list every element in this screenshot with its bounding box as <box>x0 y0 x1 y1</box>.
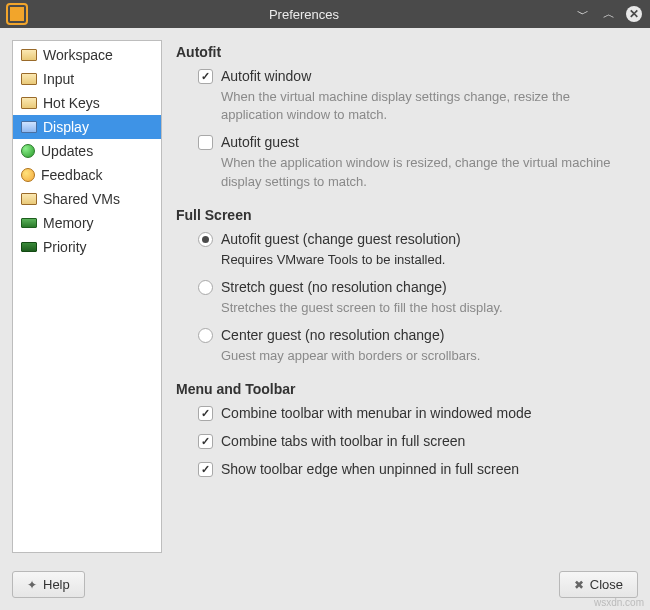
watermark: wsxdn.com <box>594 597 644 608</box>
sidebar-item-label: Shared VMs <box>43 191 120 207</box>
menutoolbar-group: Menu and Toolbar Combine toolbar with me… <box>176 381 632 477</box>
fs-stretch-desc: Stretches the guest screen to fill the h… <box>221 299 621 317</box>
close-icon: ✖ <box>574 578 584 592</box>
fs-autofit-radio[interactable] <box>198 232 213 247</box>
sidebar-item-hotkeys[interactable]: Hot Keys <box>13 91 161 115</box>
maximize-button[interactable]: ︿ <box>600 5 618 23</box>
close-window-button[interactable]: ✕ <box>626 6 642 22</box>
settings-panel: Autofit Autofit window When the virtual … <box>176 40 638 553</box>
sidebar-item-label: Workspace <box>43 47 113 63</box>
sidebar-item-priority[interactable]: Priority <box>13 235 161 259</box>
fs-center-row: Center guest (no resolution change) <box>198 327 632 343</box>
sidebar-item-workspace[interactable]: Workspace <box>13 43 161 67</box>
folder-icon <box>21 73 37 85</box>
help-button[interactable]: ✦ Help <box>12 571 85 598</box>
fs-autofit-desc: Requires VMware Tools to be installed. <box>221 251 621 269</box>
display-icon <box>21 121 37 133</box>
sidebar-item-label: Memory <box>43 215 94 231</box>
sidebar-item-shared-vms[interactable]: Shared VMs <box>13 187 161 211</box>
titlebar: Preferences ﹀ ︿ ✕ <box>0 0 650 28</box>
combine-tabs-label: Combine tabs with toolbar in full screen <box>221 433 465 449</box>
sidebar-item-display[interactable]: Display <box>13 115 161 139</box>
autofit-heading: Autofit <box>176 44 632 60</box>
sidebar-item-label: Feedback <box>41 167 102 183</box>
menutoolbar-heading: Menu and Toolbar <box>176 381 632 397</box>
fs-autofit-row: Autofit guest (change guest resolution) <box>198 231 632 247</box>
fs-autofit-label: Autofit guest (change guest resolution) <box>221 231 461 247</box>
fullscreen-group: Full Screen Autofit guest (change guest … <box>176 207 632 366</box>
close-button-label: Close <box>590 577 623 592</box>
preferences-window: Preferences ﹀ ︿ ✕ Workspace Input Hot Ke… <box>0 0 650 610</box>
feedback-icon <box>21 168 35 182</box>
combine-tabs-checkbox[interactable] <box>198 434 213 449</box>
fs-stretch-label: Stretch guest (no resolution change) <box>221 279 447 295</box>
sidebar-item-label: Hot Keys <box>43 95 100 111</box>
sidebar-item-feedback[interactable]: Feedback <box>13 163 161 187</box>
sidebar: Workspace Input Hot Keys Display Updates… <box>12 40 162 553</box>
app-icon <box>8 5 26 23</box>
autofit-window-label: Autofit window <box>221 68 311 84</box>
show-edge-label: Show toolbar edge when unpinned in full … <box>221 461 519 477</box>
priority-icon <box>21 242 37 252</box>
help-icon: ✦ <box>27 578 37 592</box>
autofit-window-row: Autofit window <box>198 68 632 84</box>
autofit-guest-row: Autofit guest <box>198 134 632 150</box>
memory-icon <box>21 218 37 228</box>
autofit-guest-desc: When the application window is resized, … <box>221 154 621 190</box>
combine-menubar-checkbox[interactable] <box>198 406 213 421</box>
close-button[interactable]: ✖ Close <box>559 571 638 598</box>
show-edge-checkbox[interactable] <box>198 462 213 477</box>
fs-center-radio[interactable] <box>198 328 213 343</box>
autofit-group: Autofit Autofit window When the virtual … <box>176 44 632 191</box>
fs-center-label: Center guest (no resolution change) <box>221 327 444 343</box>
updates-icon <box>21 144 35 158</box>
sidebar-item-label: Input <box>43 71 74 87</box>
minimize-button[interactable]: ﹀ <box>574 5 592 23</box>
fs-stretch-row: Stretch guest (no resolution change) <box>198 279 632 295</box>
folder-icon <box>21 49 37 61</box>
footer: ✦ Help ✖ Close <box>0 565 650 610</box>
window-controls: ﹀ ︿ ✕ <box>574 5 642 23</box>
show-edge-row: Show toolbar edge when unpinned in full … <box>198 461 632 477</box>
sidebar-item-label: Updates <box>41 143 93 159</box>
sidebar-item-input[interactable]: Input <box>13 67 161 91</box>
sidebar-item-label: Priority <box>43 239 87 255</box>
fs-stretch-radio[interactable] <box>198 280 213 295</box>
combine-menubar-row: Combine toolbar with menubar in windowed… <box>198 405 632 421</box>
autofit-window-checkbox[interactable] <box>198 69 213 84</box>
window-title: Preferences <box>34 7 574 22</box>
content-area: Workspace Input Hot Keys Display Updates… <box>0 28 650 565</box>
sidebar-item-updates[interactable]: Updates <box>13 139 161 163</box>
help-button-label: Help <box>43 577 70 592</box>
sidebar-item-memory[interactable]: Memory <box>13 211 161 235</box>
folder-icon <box>21 97 37 109</box>
combine-menubar-label: Combine toolbar with menubar in windowed… <box>221 405 532 421</box>
fullscreen-heading: Full Screen <box>176 207 632 223</box>
fs-center-desc: Guest may appear with borders or scrollb… <box>221 347 621 365</box>
autofit-guest-checkbox[interactable] <box>198 135 213 150</box>
folder-icon <box>21 193 37 205</box>
autofit-window-desc: When the virtual machine display setting… <box>221 88 621 124</box>
sidebar-item-label: Display <box>43 119 89 135</box>
combine-tabs-row: Combine tabs with toolbar in full screen <box>198 433 632 449</box>
autofit-guest-label: Autofit guest <box>221 134 299 150</box>
